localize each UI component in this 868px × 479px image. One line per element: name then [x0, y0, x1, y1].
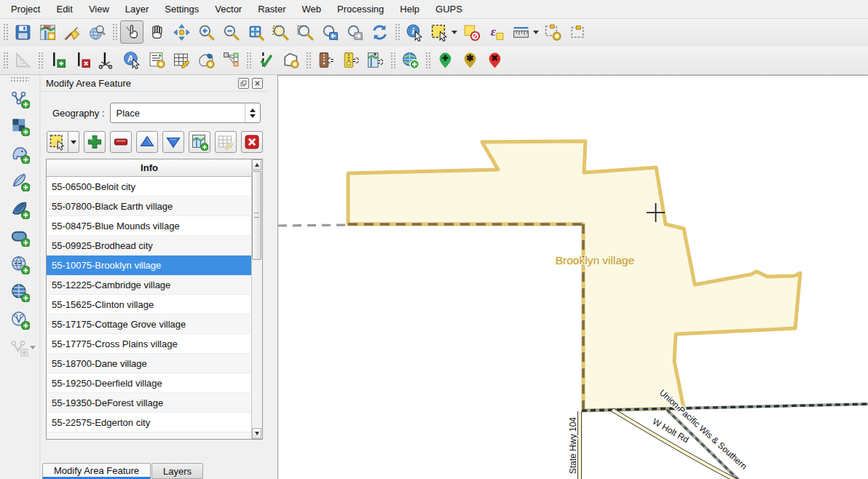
geometry-edit-button[interactable] — [194, 49, 218, 72]
list-item[interactable]: 55-12225-Cambridge village — [47, 275, 252, 295]
place-boundary-polygon[interactable] — [348, 141, 800, 411]
form-edit-button[interactable] — [145, 49, 168, 72]
list-item[interactable]: 55-17775-Cross Plains village — [47, 334, 252, 354]
cancel-button[interactable] — [241, 131, 263, 153]
remove-area-button[interactable] — [110, 131, 132, 153]
add-postgis-button[interactable] — [4, 140, 35, 167]
list-item[interactable]: 55-06500-Beloit city — [47, 177, 252, 197]
menu-view[interactable]: View — [81, 1, 117, 17]
bookmark-show-button[interactable] — [566, 20, 589, 44]
dock-splitter[interactable] — [268, 75, 277, 479]
panel-float-button[interactable] — [238, 78, 249, 89]
toolbar-drag-handle[interactable] — [10, 76, 29, 82]
move-up-button[interactable] — [136, 131, 158, 153]
web-add-button[interactable] — [398, 49, 422, 72]
split-linear-button[interactable] — [95, 49, 119, 72]
pin-asterisk-button[interactable] — [458, 49, 481, 72]
toolbar-drag-handle[interactable] — [2, 23, 8, 41]
attr-table-button[interactable] — [170, 49, 193, 72]
pin-delete-button[interactable] — [483, 49, 506, 72]
new-layer-button[interactable] — [4, 334, 34, 360]
save-button[interactable] — [11, 20, 34, 44]
measure-dropdown-arrow[interactable] — [532, 21, 540, 43]
menu-raster[interactable]: Raster — [250, 1, 293, 17]
list-item[interactable]: 55-19350-DeForest village — [47, 393, 252, 413]
menu-project[interactable]: Project — [3, 1, 48, 17]
add-vector-button[interactable] — [4, 85, 35, 111]
add-oracle-button[interactable] — [4, 223, 35, 250]
topology-button[interactable] — [219, 49, 242, 72]
area-edit-button[interactable] — [279, 49, 302, 72]
list-item[interactable]: 55-18700-Dane village — [47, 354, 252, 373]
menu-gups[interactable]: GUPS — [427, 1, 470, 17]
toolbar-drag-handle[interactable] — [2, 51, 8, 70]
scroll-down-button[interactable] — [252, 428, 261, 439]
add-wcs-button[interactable] — [4, 279, 35, 305]
add-area-button[interactable] — [84, 131, 106, 153]
delete-linear-button[interactable] — [71, 49, 94, 72]
export-map-button[interactable] — [363, 49, 387, 72]
list-item[interactable]: 55-19250-Deerfield village — [47, 373, 252, 393]
zoom-selection-button[interactable] — [269, 20, 292, 44]
add-raster-button[interactable] — [4, 113, 35, 139]
panel-close-button[interactable] — [252, 78, 263, 89]
zoom-next-button[interactable] — [343, 20, 366, 44]
add-map-button[interactable] — [189, 131, 210, 153]
menu-processing[interactable]: Processing — [329, 1, 392, 17]
list-item[interactable]: 55-22575-Edgerton city — [47, 413, 252, 432]
add-wms-button[interactable] — [4, 251, 35, 277]
menu-edit[interactable]: Edit — [48, 1, 80, 17]
zoom-layer-button[interactable] — [293, 20, 317, 44]
globe-search-button[interactable] — [85, 20, 108, 44]
pin-add-button[interactable] — [433, 49, 457, 72]
menu-help[interactable]: Help — [392, 1, 427, 17]
touch-button[interactable] — [120, 20, 143, 44]
label-edit-button[interactable]: A — [120, 49, 143, 72]
deselect-button[interactable] — [459, 20, 483, 44]
menu-web[interactable]: Web — [294, 1, 330, 17]
list-scrollbar[interactable] — [251, 159, 262, 439]
menu-layer[interactable]: Layer — [117, 1, 157, 17]
map-canvas[interactable]: Brooklyn village State Hwy 104 W Holt Rd… — [277, 75, 868, 479]
menu-vector[interactable]: Vector — [207, 1, 250, 17]
zoom-in-button[interactable] — [194, 20, 218, 44]
list-item[interactable]: 55-08475-Blue Mounds village — [47, 216, 252, 236]
list-item[interactable]: 55-09925-Brodhead city — [47, 236, 252, 256]
pan-selection-button[interactable] — [170, 20, 193, 44]
import-zip-button[interactable] — [314, 49, 337, 72]
map-project-button[interactable]: 1W — [36, 20, 59, 44]
menu-settings[interactable]: Settings — [157, 1, 207, 17]
move-down-button[interactable] — [162, 131, 184, 153]
geography-select[interactable]: Place — [110, 103, 261, 123]
move-ruler-button[interactable] — [11, 49, 34, 72]
select-expression-button[interactable]: ε — [484, 20, 508, 44]
export-zip-button[interactable] — [339, 49, 362, 72]
add-spatialite-button[interactable] — [4, 168, 35, 194]
zoom-full-button[interactable] — [244, 20, 267, 44]
select-dropdown-arrow[interactable] — [450, 21, 459, 43]
zoom-last-button[interactable] — [318, 20, 342, 44]
validate-button[interactable] — [254, 49, 277, 72]
select-button[interactable] — [427, 20, 451, 44]
edit-table-button[interactable] — [215, 131, 237, 153]
list-item[interactable]: 55-07800-Black Earth village — [47, 197, 252, 216]
add-wfs-button[interactable] — [4, 306, 35, 333]
add-linear-button[interactable] — [46, 49, 69, 72]
zoom-out-button[interactable] — [219, 20, 242, 44]
select-area-button[interactable] — [47, 131, 68, 153]
tab-layers[interactable]: Layers — [151, 463, 203, 479]
pan-button[interactable] — [145, 20, 168, 44]
measure-button[interactable] — [509, 20, 532, 44]
scrollbar-thumb[interactable] — [252, 171, 261, 260]
bookmark-new-button[interactable] — [541, 20, 564, 44]
scroll-up-button[interactable] — [252, 159, 261, 170]
add-mssql-button[interactable] — [4, 196, 35, 222]
tab-modify-area-feature[interactable]: Modify Area Feature — [42, 463, 151, 479]
list-item[interactable]: 55-17175-Cottage Grove village — [47, 314, 252, 334]
clean-button[interactable] — [60, 20, 84, 44]
combo-spinner[interactable] — [245, 103, 260, 122]
list-item[interactable]: 55-22575-Edgerton city — [47, 432, 252, 439]
list-item[interactable]: 55-15625-Clinton village — [47, 295, 252, 314]
refresh-button[interactable] — [368, 20, 391, 44]
identify-button[interactable]: i — [403, 20, 426, 44]
